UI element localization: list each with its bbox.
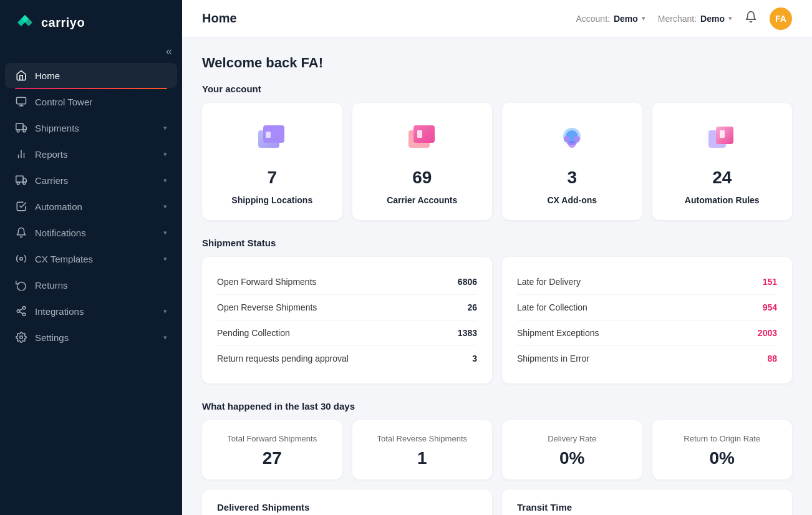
settings-chevron-icon: ▾: [163, 334, 167, 342]
svg-line-21: [19, 309, 22, 310]
sidebar-item-automation[interactable]: Automation ▾: [5, 194, 177, 219]
svg-point-8: [23, 130, 26, 132]
automation-rules-icon: [702, 120, 742, 160]
late-for-collection-value: 954: [763, 302, 777, 312]
pending-collection-value: 1383: [458, 328, 477, 338]
transit-time-card[interactable]: Transit Time last 30 days: [502, 489, 792, 515]
carriers-chevron-icon: ▾: [163, 176, 167, 185]
return-to-origin-rate-label: Return to Origin Rate: [665, 434, 780, 443]
shipment-exceptions-value: 2003: [758, 328, 777, 338]
carrier-accounts-value: 69: [412, 168, 432, 188]
svg-point-15: [23, 182, 26, 185]
sidebar: carriyo « Home Control Tower Shipments ▾: [0, 0, 182, 515]
cx-addons-icon: [552, 120, 592, 160]
delivered-shipments-title: Delivered Shipments: [217, 502, 477, 513]
carriers-icon: [15, 174, 27, 186]
shipment-status-section-title: Shipment Status: [202, 238, 792, 248]
sidebar-item-settings-label: Settings: [35, 332, 156, 343]
shipments-in-error-value: 88: [767, 354, 777, 363]
pending-collection-row[interactable]: Pending Collection 1383: [217, 320, 477, 346]
sidebar-item-home[interactable]: Home: [5, 63, 177, 88]
delivery-rate-card[interactable]: Delivery Rate 0%: [502, 420, 642, 479]
sidebar-item-notifications[interactable]: Notifications ▾: [5, 220, 177, 245]
settings-icon: [15, 331, 27, 344]
late-for-delivery-row[interactable]: Late for Delivery 151: [517, 269, 777, 295]
shipments-in-error-row[interactable]: Shipments in Error 88: [517, 346, 777, 371]
delivered-shipments-card[interactable]: Delivered Shipments last 30 days: [202, 489, 492, 515]
control-tower-icon: [15, 95, 27, 108]
late-for-collection-row[interactable]: Late for Collection 954: [517, 295, 777, 320]
automation-rules-card[interactable]: 24 Automation Rules: [652, 103, 793, 220]
merchant-chevron-icon[interactable]: ▾: [728, 14, 732, 22]
sidebar-collapse-button[interactable]: «: [166, 45, 172, 58]
header-right: Account: Demo ▾ Merchant: Demo ▾ FA: [576, 7, 792, 30]
reports-chevron-icon: ▾: [163, 150, 167, 158]
cx-addons-card[interactable]: 3 CX Add-ons: [502, 103, 642, 220]
merchant-label: Merchant:: [658, 14, 697, 24]
total-reverse-shipments-card[interactable]: Total Reverse Shipments 1: [352, 420, 493, 479]
return-to-origin-rate-card[interactable]: Return to Origin Rate 0%: [652, 420, 793, 479]
user-avatar[interactable]: FA: [770, 7, 792, 30]
sidebar-item-settings[interactable]: Settings ▾: [5, 325, 177, 350]
open-forward-shipments-row[interactable]: Open Forward Shipments 6806: [217, 269, 477, 295]
open-reverse-shipments-row[interactable]: Open Reverse Shipments 26: [217, 295, 477, 320]
merchant-selector[interactable]: Merchant: Demo ▾: [658, 14, 732, 24]
open-reverse-shipments-value: 26: [467, 302, 477, 312]
account-label: Account:: [576, 14, 609, 24]
sidebar-item-shipments-label: Shipments: [35, 123, 156, 133]
sidebar-item-carriers[interactable]: Carriers ▾: [5, 168, 177, 193]
return-requests-value: 3: [472, 354, 477, 363]
bottom-cards-grid: Delivered Shipments last 30 days Transit…: [202, 489, 792, 515]
sidebar-item-integrations-label: Integrations: [35, 306, 156, 317]
shipment-exceptions-row[interactable]: Shipment Exceptions 2003: [517, 320, 777, 346]
shipments-in-error-label: Shipments in Error: [517, 354, 589, 363]
sidebar-item-control-tower[interactable]: Control Tower: [5, 89, 177, 114]
sidebar-collapse-area: «: [0, 45, 182, 63]
svg-point-32: [574, 136, 580, 142]
sidebar-item-cx-templates[interactable]: CX Templates ▾: [5, 246, 177, 271]
return-to-origin-rate-value: 0%: [665, 448, 780, 468]
account-chevron-icon[interactable]: ▾: [642, 14, 645, 22]
shipment-status-left-card: Open Forward Shipments 6806 Open Reverse…: [202, 257, 492, 383]
sidebar-item-notifications-label: Notifications: [35, 228, 156, 238]
cx-addons-label: CX Add-ons: [547, 195, 597, 205]
return-requests-row[interactable]: Return requests pending approval 3: [217, 346, 477, 371]
svg-rect-5: [16, 123, 23, 130]
notifications-button[interactable]: [745, 11, 757, 26]
svg-rect-28: [417, 130, 422, 138]
svg-marker-6: [23, 126, 26, 130]
total-reverse-shipments-label: Total Reverse Shipments: [365, 434, 480, 443]
cx-templates-chevron-icon: ▾: [163, 255, 167, 263]
logo-text: carriyo: [41, 16, 85, 30]
total-forward-shipments-card[interactable]: Total Forward Shipments 27: [202, 420, 342, 479]
svg-rect-35: [720, 130, 725, 138]
sidebar-item-integrations[interactable]: Integrations ▾: [5, 299, 177, 324]
late-for-delivery-value: 151: [763, 277, 777, 287]
return-requests-label: Return requests pending approval: [217, 354, 349, 363]
main-panel: Home Account: Demo ▾ Merchant: Demo ▾ FA…: [182, 0, 812, 515]
shipping-locations-card[interactable]: 7 Shipping Locations: [202, 103, 342, 220]
svg-point-16: [20, 258, 23, 261]
sidebar-item-shipments[interactable]: Shipments ▾: [5, 115, 177, 140]
automation-chevron-icon: ▾: [163, 203, 167, 211]
open-reverse-shipments-label: Open Reverse Shipments: [217, 302, 317, 312]
open-forward-shipments-value: 6806: [458, 277, 477, 287]
notifications-chevron-icon: ▾: [163, 229, 167, 237]
carrier-accounts-card[interactable]: 69 Carrier Accounts: [352, 103, 493, 220]
sidebar-item-automation-label: Automation: [35, 201, 156, 212]
integrations-chevron-icon: ▾: [163, 307, 167, 315]
account-value: Demo: [614, 14, 638, 24]
sidebar-item-reports[interactable]: Reports ▾: [5, 142, 177, 166]
svg-point-7: [17, 130, 19, 132]
svg-line-20: [19, 312, 22, 314]
svg-point-22: [20, 336, 23, 339]
automation-rules-value: 24: [712, 168, 732, 188]
svg-marker-13: [23, 178, 26, 182]
integrations-icon: [15, 305, 27, 317]
carrier-accounts-label: Carrier Accounts: [387, 195, 457, 205]
account-selector[interactable]: Account: Demo ▾: [576, 14, 645, 24]
sidebar-item-returns[interactable]: Returns: [5, 272, 177, 297]
shipment-exceptions-label: Shipment Exceptions: [517, 328, 599, 338]
shipments-icon: [15, 122, 27, 134]
shipping-locations-label: Shipping Locations: [231, 195, 312, 205]
